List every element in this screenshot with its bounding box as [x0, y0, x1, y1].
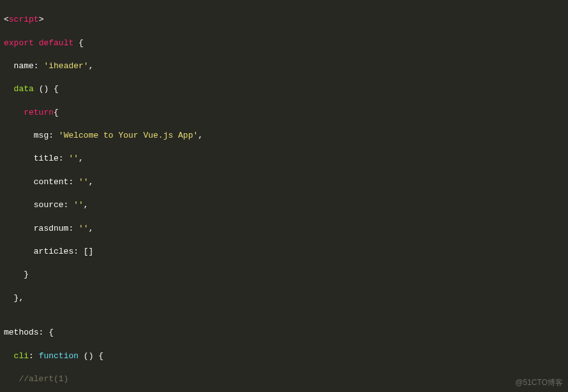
code-line: articles: []	[4, 246, 564, 258]
code-editor[interactable]: <script> export default { name: 'iheader…	[0, 0, 568, 392]
code-line: return{	[4, 107, 564, 119]
code-line: rasdnum: '',	[4, 223, 564, 235]
code-line: msg: 'Welcome to Your Vue.js App',	[4, 130, 564, 142]
code-line: <script>	[4, 14, 564, 25]
code-line: export default {	[4, 38, 564, 49]
code-line: name: 'iheader',	[4, 61, 564, 72]
code-line: data () {	[4, 83, 564, 95]
code-line: content: '',	[4, 177, 564, 188]
code-line: //alert(1)	[4, 374, 564, 385]
watermark-text: @51CTO博客	[515, 377, 563, 388]
code-line: methods: {	[4, 327, 564, 338]
code-line: },	[4, 293, 564, 304]
code-line: }	[4, 269, 564, 280]
code-line: title: '',	[4, 153, 564, 164]
code-line: cli: function () {	[4, 351, 564, 362]
code-line: source: '',	[4, 200, 564, 211]
